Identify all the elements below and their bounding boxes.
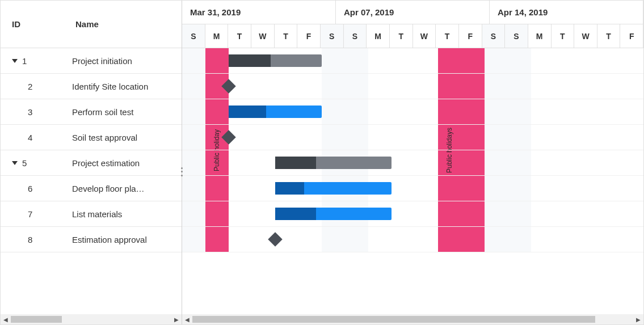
cell-id: 5: [1, 158, 69, 168]
timeline-row: [182, 150, 643, 176]
scroll-track[interactable]: [192, 316, 633, 323]
progress-bar: [275, 208, 316, 220]
cell-id: 2: [1, 82, 69, 91]
collapse-icon[interactable]: [12, 161, 18, 165]
day-header: M: [367, 24, 390, 48]
id-text: 3: [28, 107, 32, 117]
week-header: Apr 07, 2019: [336, 1, 490, 24]
day-header: T: [275, 24, 298, 48]
cell-id: 1: [1, 56, 69, 66]
cell-name: Project initiation: [69, 56, 182, 66]
day-header: S: [182, 24, 205, 48]
gantt-chart: ID Name 1Project initiation2Identify Sit…: [0, 0, 644, 325]
splitter-handle[interactable]: [179, 166, 184, 178]
cell-id: 8: [1, 235, 69, 244]
grid-row[interactable]: 1Project initiation: [1, 48, 182, 74]
cell-name: Perform soil test: [69, 107, 182, 117]
day-header: T: [390, 24, 413, 48]
timeline-row: [182, 125, 643, 150]
id-text: 2: [28, 82, 32, 91]
cell-id: 6: [1, 184, 69, 193]
week-header: Mar 31, 2019: [182, 1, 336, 24]
collapse-icon[interactable]: [12, 59, 18, 63]
progress-bar: [229, 105, 266, 118]
task-bar[interactable]: [275, 182, 392, 195]
id-text: 8: [28, 235, 32, 244]
grid-row[interactable]: 5Project estimation: [1, 150, 182, 176]
id-text: 1: [22, 56, 27, 66]
timeline-hscroll[interactable]: ◀ ▶: [182, 314, 643, 324]
week-header: Apr 14, 2019: [490, 1, 643, 24]
grid-row[interactable]: 2Identify Site location: [1, 74, 182, 99]
scroll-right-icon[interactable]: ▶: [171, 314, 182, 324]
cell-name: Project estimation: [69, 158, 182, 168]
progress-bar: [275, 182, 304, 195]
task-bar[interactable]: [229, 105, 322, 118]
day-header: F: [459, 24, 482, 48]
id-text: 5: [22, 158, 27, 168]
grid-row[interactable]: 3Perform soil test: [1, 99, 182, 125]
timeline-row: [182, 227, 643, 252]
id-text: 4: [28, 133, 32, 142]
day-header: T: [228, 24, 251, 48]
day-header: T: [436, 24, 459, 48]
timeline-row: [182, 176, 643, 201]
progress-bar: [275, 157, 316, 169]
grid-panel: ID Name 1Project initiation2Identify Sit…: [1, 1, 182, 324]
col-header-name[interactable]: Name: [69, 1, 182, 48]
scroll-left-icon[interactable]: ◀: [1, 314, 11, 324]
day-header-row: SMTWTFSSMTWTFSSMTWTF: [182, 24, 643, 48]
timeline-header: Mar 31, 2019Apr 07, 2019Apr 14, 2019 SMT…: [182, 1, 643, 48]
cell-name: Soil test approval: [69, 133, 182, 142]
task-bar[interactable]: [275, 208, 392, 220]
cell-name: Estimation approval: [69, 235, 182, 244]
cell-id: 7: [1, 209, 69, 219]
day-header: S: [321, 24, 344, 48]
grid-hscroll[interactable]: ◀ ▶: [1, 314, 182, 324]
grid-row[interactable]: 8Estimation approval: [1, 227, 182, 252]
scroll-right-icon[interactable]: ▶: [633, 314, 643, 324]
cell-id: 3: [1, 107, 69, 117]
scroll-track[interactable]: [11, 316, 171, 323]
summary-bar[interactable]: [229, 54, 322, 67]
grid-header: ID Name: [1, 1, 182, 48]
cell-id: 4: [1, 133, 69, 142]
id-text: 6: [28, 184, 32, 193]
scroll-thumb[interactable]: [11, 316, 62, 323]
cell-name: List materials: [69, 209, 182, 219]
grid-body: 1Project initiation2Identify Site locati…: [1, 48, 182, 324]
col-header-id[interactable]: ID: [1, 1, 69, 48]
id-text: 7: [28, 209, 32, 219]
day-header: T: [597, 24, 621, 48]
day-header: W: [413, 24, 436, 48]
day-header: S: [482, 24, 506, 48]
timeline-row: [182, 201, 643, 227]
timeline-row: [182, 74, 643, 99]
day-header: F: [620, 24, 643, 48]
day-header: M: [528, 24, 552, 48]
progress-bar: [229, 54, 271, 67]
timeline-panel: Mar 31, 2019Apr 07, 2019Apr 14, 2019 SMT…: [182, 1, 643, 324]
summary-bar[interactable]: [275, 157, 392, 169]
day-header: S: [344, 24, 367, 48]
day-header: S: [505, 24, 528, 48]
grid-row[interactable]: 6Develop floor pla…: [1, 176, 182, 201]
day-header: W: [251, 24, 275, 48]
day-header: F: [297, 24, 321, 48]
cell-name: Develop floor pla…: [69, 184, 182, 193]
day-header: T: [552, 24, 575, 48]
cell-name: Identify Site location: [69, 82, 182, 91]
scroll-left-icon[interactable]: ◀: [182, 314, 192, 324]
day-header: W: [574, 24, 597, 48]
grid-row[interactable]: 7List materials: [1, 201, 182, 227]
day-header: M: [205, 24, 229, 48]
grid-row[interactable]: 4Soil test approval: [1, 125, 182, 150]
scroll-thumb[interactable]: [192, 316, 595, 323]
week-header-row: Mar 31, 2019Apr 07, 2019Apr 14, 2019: [182, 1, 643, 24]
